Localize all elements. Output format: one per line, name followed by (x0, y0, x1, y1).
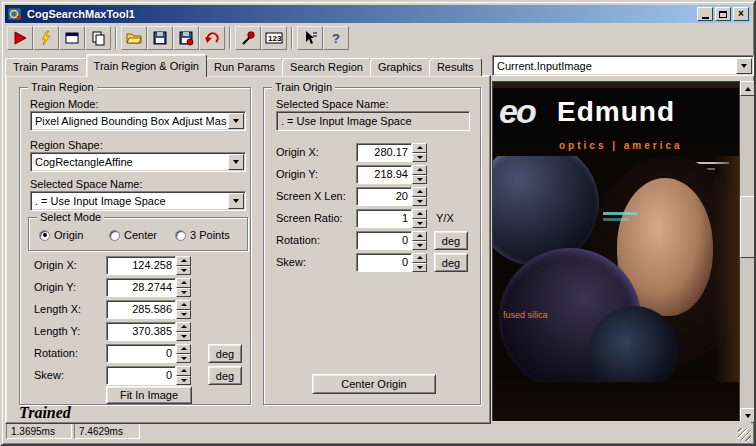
spin-up-button[interactable] (412, 187, 427, 197)
radio-3points[interactable]: 3 Points (175, 229, 230, 241)
origin-y-value[interactable]: 28.2744 (106, 278, 176, 297)
spin-down-button[interactable] (176, 310, 191, 320)
spin-up-button[interactable] (412, 143, 427, 153)
tool-window-button[interactable] (59, 26, 85, 50)
trained-status-label: Trained (19, 404, 71, 422)
spin-up-button[interactable] (412, 209, 427, 219)
tab-graphics[interactable]: Graphics (370, 58, 430, 76)
spin-up-button[interactable] (412, 231, 427, 241)
spin-down-button[interactable] (176, 332, 191, 342)
to-origin-y-field[interactable]: 218.94 (356, 165, 427, 184)
rotation-field[interactable]: 0 (106, 344, 191, 363)
spin-down-button[interactable] (412, 241, 427, 251)
input-image-preview[interactable]: eo Edmund optics | america fused silica (492, 81, 740, 423)
screen-x-len-field[interactable]: 20 (356, 187, 427, 206)
spin-down-button[interactable] (176, 266, 191, 276)
origin-x-value[interactable]: 124.258 (106, 256, 176, 275)
tab-results[interactable]: Results (429, 58, 482, 76)
save-image-button[interactable] (173, 26, 199, 50)
spin-up-button[interactable] (176, 300, 191, 310)
undo-icon (204, 30, 220, 46)
region-space-combo[interactable]: . = Use Input Image Space (30, 191, 246, 211)
to-skew-field[interactable]: 0 (356, 253, 427, 272)
copy-window-button[interactable] (85, 26, 111, 50)
skew-value[interactable]: 0 (106, 366, 176, 385)
spin-up-button[interactable] (176, 322, 191, 332)
save-file-button[interactable] (147, 26, 173, 50)
radio-origin-label: Origin (54, 229, 83, 241)
region-shape-dropdown-button[interactable] (228, 154, 244, 170)
screen-ratio-value[interactable]: 1 (356, 209, 412, 228)
spin-up-button[interactable] (412, 253, 427, 263)
to-origin-x-value[interactable]: 280.17 (356, 143, 412, 162)
open-file-button[interactable] (121, 26, 147, 50)
spin-up-button[interactable] (412, 165, 427, 175)
spin-up-button[interactable] (176, 256, 191, 266)
scroll-thumb[interactable] (740, 196, 755, 258)
length-y-field[interactable]: 370.385 (106, 322, 191, 341)
to-origin-x-field[interactable]: 280.17 (356, 143, 427, 162)
fit-in-image-button[interactable]: Fit In Image (106, 386, 192, 404)
length-x-field[interactable]: 285.586 (106, 300, 191, 319)
tab-train-region-origin[interactable]: Train Region & Origin (86, 54, 207, 77)
help-button[interactable]: ? (323, 26, 349, 50)
toolbar-separator (291, 27, 293, 49)
probe-button[interactable] (235, 26, 261, 50)
image-selector-dropdown-button[interactable] (736, 58, 752, 74)
region-shape-combo[interactable]: CogRectangleAffine (30, 152, 246, 172)
spin-down-button[interactable] (412, 263, 427, 273)
spin-down-button[interactable] (176, 354, 191, 364)
spin-down-button[interactable] (412, 175, 427, 185)
maximize-button[interactable] (715, 7, 731, 21)
spin-up-icon (181, 303, 187, 306)
skew-field[interactable]: 0 (106, 366, 191, 385)
close-button[interactable]: × (733, 7, 749, 21)
pointer-info-button[interactable] (297, 26, 323, 50)
skew-deg-button[interactable]: deg (208, 366, 242, 385)
run-button[interactable] (7, 26, 33, 50)
scroll-up-button[interactable] (740, 81, 755, 96)
to-skew-value[interactable]: 0 (356, 253, 412, 272)
spin-up-icon (417, 234, 423, 237)
scroll-up-icon (745, 87, 751, 91)
title-bar[interactable]: CogSearchMaxTool1 × (5, 5, 751, 23)
numeric-display-button[interactable]: 123 (261, 26, 287, 50)
tab-run-params[interactable]: Run Params (206, 58, 283, 76)
preview-scrollbar[interactable] (740, 81, 755, 423)
spin-up-button[interactable] (176, 366, 191, 376)
region-mode-combo[interactable]: Pixel Aligned Bounding Box Adjust Mask (30, 111, 246, 131)
spin-down-button[interactable] (412, 219, 427, 229)
screen-ratio-field[interactable]: 1 (356, 209, 427, 228)
to-rotation-value[interactable]: 0 (356, 231, 412, 250)
tab-search-region[interactable]: Search Region (282, 58, 371, 76)
resize-grip[interactable] (738, 428, 751, 441)
minimize-button[interactable] (697, 7, 713, 21)
spin-down-button[interactable] (176, 288, 191, 298)
origin-y-field[interactable]: 28.2744 (106, 278, 191, 297)
spin-down-button[interactable] (412, 197, 427, 207)
rotation-deg-button[interactable]: deg (208, 344, 242, 363)
length-x-value[interactable]: 285.586 (106, 300, 176, 319)
region-mode-dropdown-button[interactable] (228, 113, 244, 129)
radio-origin[interactable]: Origin (39, 229, 83, 241)
length-y-value[interactable]: 370.385 (106, 322, 176, 341)
origin-x-field[interactable]: 124.258 (106, 256, 191, 275)
to-rotation-label: Rotation: (276, 234, 320, 246)
spin-down-button[interactable] (176, 376, 191, 386)
auto-run-button[interactable] (33, 26, 59, 50)
center-origin-button[interactable]: Center Origin (312, 374, 436, 394)
spin-down-button[interactable] (412, 153, 427, 163)
radio-center[interactable]: Center (109, 229, 157, 241)
image-selector-combo[interactable]: Current.InputImage (492, 55, 754, 76)
to-rotation-field[interactable]: 0 (356, 231, 427, 250)
screen-x-len-value[interactable]: 20 (356, 187, 412, 206)
spin-up-button[interactable] (176, 278, 191, 288)
to-rotation-deg-button[interactable]: deg (434, 231, 468, 250)
tab-train-params[interactable]: Train Params (5, 58, 87, 76)
spin-up-button[interactable] (176, 344, 191, 354)
reset-button[interactable] (199, 26, 225, 50)
to-origin-y-value[interactable]: 218.94 (356, 165, 412, 184)
to-skew-deg-button[interactable]: deg (434, 253, 468, 272)
region-space-dropdown-button[interactable] (228, 193, 244, 209)
rotation-value[interactable]: 0 (106, 344, 176, 363)
